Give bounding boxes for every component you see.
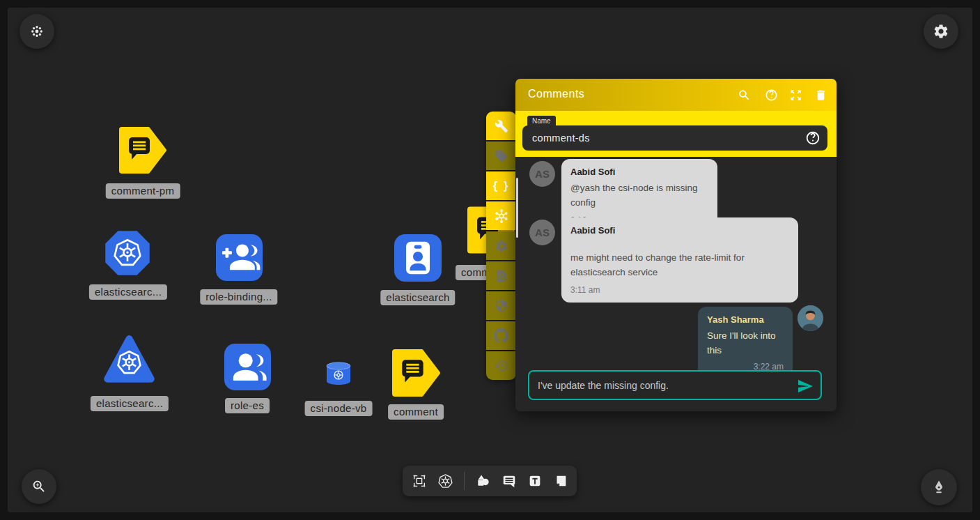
zoom-in-icon bbox=[31, 479, 47, 494]
text-icon[interactable] bbox=[527, 473, 543, 489]
node-csi-node[interactable] bbox=[325, 362, 352, 385]
node-label: comment-pm bbox=[106, 183, 180, 199]
chat-message: Aabid Sofi me might need to change the r… bbox=[561, 217, 798, 303]
message-text: me might need to change the rate-limit f… bbox=[570, 251, 789, 280]
shape-palette-toolbar bbox=[403, 466, 577, 496]
node-label: elasticsearch bbox=[380, 290, 455, 305]
pen-nib-icon bbox=[931, 479, 947, 496]
comment-icon[interactable] bbox=[501, 473, 517, 489]
doc-search-icon bbox=[495, 269, 508, 283]
send-icon[interactable] bbox=[797, 378, 814, 395]
settings-button[interactable] bbox=[924, 14, 958, 49]
comment-shape-icon bbox=[391, 349, 441, 397]
tool-tag[interactable] bbox=[486, 142, 516, 170]
kubernetes-icon[interactable] bbox=[437, 473, 453, 489]
message-text: Sure I'll look into this bbox=[707, 329, 784, 358]
settings-gear-icon bbox=[933, 23, 949, 40]
message-author: Aabid Sofi bbox=[570, 225, 789, 236]
wrench-icon bbox=[495, 119, 508, 133]
gear-icon bbox=[495, 239, 508, 253]
avatar-initials: AS bbox=[529, 220, 555, 245]
tool-inspect[interactable] bbox=[486, 261, 516, 290]
tool-github[interactable] bbox=[486, 321, 516, 350]
comments-panel-header[interactable]: Comments bbox=[515, 79, 837, 111]
hub-icon bbox=[494, 208, 509, 224]
chat-message: Yash Sharma Sure I'll look into this 3:2… bbox=[698, 307, 793, 379]
scrollbar-thumb[interactable] bbox=[516, 178, 518, 238]
name-field-label: Name bbox=[527, 116, 556, 127]
message-author: Yash Sharma bbox=[707, 314, 784, 325]
github-icon bbox=[494, 328, 508, 343]
node-label: role-binding... bbox=[200, 289, 277, 305]
tool-json[interactable]: { } bbox=[486, 171, 516, 200]
kanvas-logo-icon bbox=[29, 24, 45, 39]
node-label: elasticsearc... bbox=[91, 396, 169, 411]
name-input[interactable] bbox=[532, 125, 790, 151]
shapes-icon[interactable] bbox=[475, 473, 491, 489]
node-label: csi-node-vb bbox=[305, 401, 373, 416]
node-label: elasticsearc... bbox=[89, 284, 167, 300]
comments-panel: Comments Name bbox=[515, 79, 837, 411]
field-help-icon[interactable] bbox=[805, 130, 820, 146]
role-icon bbox=[224, 344, 271, 390]
role-binding-icon bbox=[216, 234, 263, 281]
tag-icon bbox=[495, 149, 508, 163]
tool-security[interactable] bbox=[486, 291, 516, 320]
braces-icon: { } bbox=[493, 179, 510, 193]
storage-cylinder-icon bbox=[325, 362, 352, 385]
delete-icon[interactable] bbox=[813, 87, 828, 102]
node-comment-pm[interactable] bbox=[118, 126, 167, 174]
message-time: 3:11 am bbox=[570, 285, 789, 295]
node-role-binding[interactable] bbox=[216, 234, 263, 281]
app-window: comment-pm elasticsearc... bbox=[0, 0, 980, 520]
name-field-wrap bbox=[522, 125, 827, 151]
node-role-es[interactable] bbox=[224, 344, 271, 390]
node-label: role-es bbox=[225, 398, 270, 413]
node-action-toolbar: { } bbox=[486, 112, 516, 380]
app-menu-button[interactable] bbox=[20, 14, 54, 49]
search-icon[interactable] bbox=[736, 87, 752, 102]
name-section: Name bbox=[515, 111, 837, 157]
annotate-button[interactable] bbox=[921, 469, 957, 505]
node-elasticsearch-triangle[interactable] bbox=[103, 333, 155, 385]
panel-title: Comments bbox=[528, 88, 584, 100]
zoom-button[interactable] bbox=[22, 469, 56, 504]
message-author: Aabid Sofi bbox=[570, 167, 708, 177]
chat-input-wrap bbox=[528, 370, 822, 400]
avatar-initials: AS bbox=[529, 161, 555, 187]
kubernetes-triangle-icon bbox=[103, 333, 155, 385]
node-elasticsearch-octagon[interactable] bbox=[104, 229, 151, 277]
node-elasticsearch-service-account[interactable] bbox=[394, 234, 442, 282]
node-comment[interactable] bbox=[391, 349, 441, 397]
comment-shape-icon bbox=[118, 126, 167, 174]
kubernetes-octagon-icon bbox=[104, 229, 151, 277]
tool-history[interactable] bbox=[486, 351, 516, 380]
toolbar-divider bbox=[464, 472, 465, 490]
tool-hub[interactable] bbox=[486, 201, 516, 230]
expand-icon[interactable] bbox=[788, 87, 803, 102]
note-icon[interactable] bbox=[553, 473, 568, 489]
tool-configure[interactable] bbox=[486, 112, 516, 140]
message-list[interactable]: AS Aabid Sofi @yash the csi-node is miss… bbox=[515, 157, 837, 370]
history-icon bbox=[495, 359, 508, 373]
tool-settings[interactable] bbox=[486, 231, 516, 260]
message-text: @yash the csi-node is missing config bbox=[570, 181, 708, 211]
avatar-photo bbox=[798, 305, 823, 331]
shield-icon bbox=[495, 299, 508, 313]
service-account-badge-icon bbox=[394, 234, 442, 282]
person-photo-icon bbox=[798, 305, 823, 331]
component-graph-icon[interactable] bbox=[412, 473, 427, 489]
chat-input[interactable] bbox=[538, 372, 781, 399]
help-icon[interactable] bbox=[763, 87, 779, 102]
node-label: comment bbox=[388, 404, 444, 420]
